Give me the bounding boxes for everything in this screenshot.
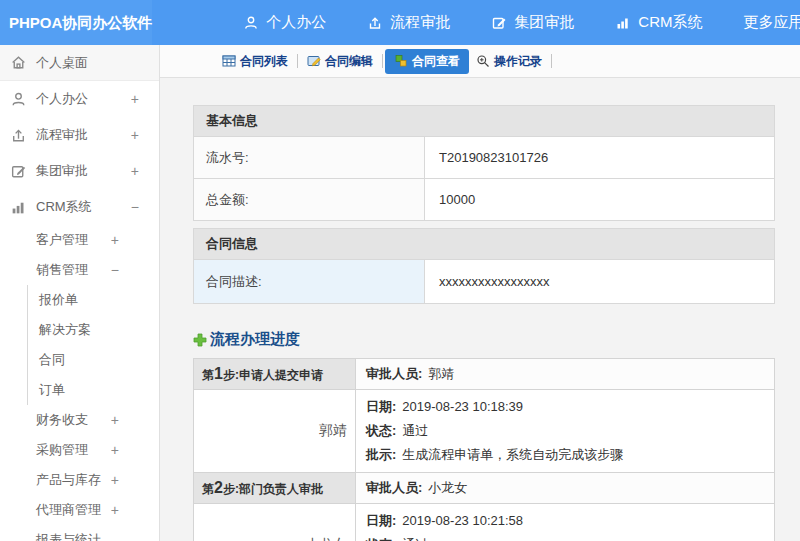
- sidebar-item-customer-mgmt[interactable]: 客户管理 +: [0, 225, 159, 255]
- tab-operation-log[interactable]: 操作记录: [469, 49, 549, 74]
- table-row: 流水号: T20190823101726: [194, 137, 775, 179]
- expand-icon[interactable]: +: [131, 91, 139, 107]
- nav-label: 更多应用: [744, 13, 800, 32]
- step-detail-cell: 日期:2019-08-23 10:21:58 状态:通过 批示:通过: [356, 504, 775, 541]
- date-value: 2019-08-23 10:21:58: [402, 513, 523, 528]
- sidebar-item-purchase-mgmt[interactable]: 采购管理 +: [0, 435, 159, 465]
- expand-icon[interactable]: +: [111, 502, 119, 518]
- zoom-plus-icon: [476, 54, 490, 68]
- tab-label: 合同编辑: [325, 53, 373, 70]
- approver-name: 郭靖: [194, 390, 356, 473]
- edit-icon: [10, 163, 27, 180]
- sidebar-item-finance[interactable]: 财务收支 +: [0, 405, 159, 435]
- expand-icon[interactable]: +: [111, 442, 119, 458]
- tab-label: 合同列表: [240, 53, 288, 70]
- sidebar-item-order[interactable]: 订单: [28, 375, 159, 405]
- tab-divider: [382, 54, 383, 68]
- chart-icon: [10, 199, 27, 216]
- sidebar-item-label: 合同: [39, 351, 159, 369]
- step-label: 第2步:部门负责人审批: [194, 473, 356, 504]
- flow-icon: [367, 15, 383, 31]
- sidebar-item-personal-office[interactable]: 个人办公 +: [0, 81, 159, 117]
- collapse-icon[interactable]: −: [111, 262, 119, 278]
- sidebar-item-label: 解决方案: [39, 321, 159, 339]
- table-icon: [222, 54, 236, 68]
- sidebar-item-label: 订单: [39, 381, 159, 399]
- nav-more-apps[interactable]: 更多应用: [744, 13, 800, 32]
- sidebar-item-product-inventory[interactable]: 产品与库存 +: [0, 465, 159, 495]
- nav-label: CRM系统: [638, 13, 702, 32]
- contract-info-table: 合同信息 合同描述: xxxxxxxxxxxxxxxxx: [193, 228, 775, 304]
- sidebar-item-crm-system[interactable]: CRM系统 −: [0, 189, 159, 225]
- expand-icon[interactable]: +: [111, 472, 119, 488]
- sidebar-item-label: 销售管理: [36, 261, 111, 279]
- tab-contract-edit[interactable]: 合同编辑: [300, 49, 380, 74]
- expand-icon[interactable]: +: [111, 232, 119, 248]
- sidebar-item-workflow-approval[interactable]: 流程审批 +: [0, 117, 159, 153]
- field-value: 10000: [425, 179, 775, 221]
- nav-label: 个人办公: [266, 13, 326, 32]
- process-progress-header: 流程办理进度: [193, 330, 775, 349]
- expand-icon[interactable]: +: [131, 163, 139, 179]
- nav-label: 集团审批: [514, 13, 574, 32]
- sidebar-item-solution[interactable]: 解决方案: [28, 315, 159, 345]
- sidebar-item-label: 采购管理: [36, 441, 111, 459]
- sidebar-item-label: 客户管理: [36, 231, 111, 249]
- contract-view-page: 基本信息 流水号: T20190823101726 总金额: 10000 合同信…: [160, 78, 800, 541]
- field-value: T20190823101726: [425, 137, 775, 179]
- top-nav: 个人办公 流程审批 集团审批 CRM系统 更多应用: [243, 13, 800, 32]
- edit-doc-icon: [307, 54, 321, 68]
- table-row: 合同描述: xxxxxxxxxxxxxxxxx: [194, 260, 775, 304]
- sidebar-item-label: 个人桌面: [36, 54, 139, 72]
- plus-icon: [193, 333, 207, 347]
- sidebar-item-personal-desktop[interactable]: 个人桌面: [0, 45, 159, 81]
- tab-contract-list[interactable]: 合同列表: [215, 49, 295, 74]
- status-line: 状态:通过: [366, 533, 764, 541]
- step-header-row: 第1步:申请人提交申请 审批人员:郭靖: [194, 359, 775, 390]
- date-line: 日期:2019-08-23 10:21:58: [366, 509, 764, 533]
- sidebar-item-group-approval[interactable]: 集团审批 +: [0, 153, 159, 189]
- date-label: 日期:: [366, 513, 396, 528]
- tab-contract-view[interactable]: 合同查看: [385, 49, 469, 74]
- nav-workflow-approval[interactable]: 流程审批: [367, 13, 450, 32]
- section-title: 基本信息: [194, 106, 775, 137]
- step-detail-cell: 日期:2019-08-23 10:18:39 状态:通过 批示:生成流程申请单，…: [356, 390, 775, 473]
- date-line: 日期:2019-08-23 10:18:39: [366, 395, 764, 419]
- expand-icon[interactable]: +: [111, 412, 119, 428]
- sidebar-item-label: 流程审批: [36, 126, 131, 144]
- tab-bar: 合同列表 合同编辑 合同查看 操作记录: [160, 45, 800, 78]
- tab-label: 操作记录: [494, 53, 542, 70]
- content-area: 合同列表 合同编辑 合同查看 操作记录: [160, 45, 800, 541]
- tab-divider: [297, 54, 298, 68]
- nav-label: 流程审批: [390, 13, 450, 32]
- sidebar-item-agent-mgmt[interactable]: 代理商管理 +: [0, 495, 159, 525]
- sidebar-item-quotation[interactable]: 报价单: [28, 285, 159, 315]
- step-header-row: 第2步:部门负责人审批 审批人员:小龙女: [194, 473, 775, 504]
- status-value: 通过: [402, 423, 428, 438]
- field-label: 总金额:: [194, 179, 425, 221]
- process-table: 第1步:申请人提交申请 审批人员:郭靖 郭靖 日期:2019-08-23 10:…: [193, 358, 775, 541]
- sidebar-item-label: 个人办公: [36, 90, 131, 108]
- sidebar-item-label: 产品与库存: [36, 471, 111, 489]
- user-icon: [10, 91, 27, 108]
- collapse-icon[interactable]: −: [131, 199, 139, 215]
- step-detail-row: 郭靖 日期:2019-08-23 10:18:39 状态:通过 批示:生成流程申…: [194, 390, 775, 473]
- sidebar-item-reports-stats[interactable]: 报表与统计: [0, 525, 159, 541]
- approver-label: 审批人员:: [366, 366, 422, 381]
- app-window: PHPOA协同办公软件 个人办公 流程审批 集团审批 CRM系统 更多应用: [0, 0, 800, 541]
- nav-personal-office[interactable]: 个人办公: [243, 13, 326, 32]
- sidebar-item-sales-mgmt[interactable]: 销售管理 −: [0, 255, 159, 285]
- approver-cell: 审批人员:郭靖: [356, 359, 775, 390]
- nav-group-approval[interactable]: 集团审批: [491, 13, 574, 32]
- step-label: 第1步:申请人提交申请: [194, 359, 356, 390]
- nav-crm-system[interactable]: CRM系统: [615, 13, 702, 32]
- date-label: 日期:: [366, 399, 396, 414]
- approver-name: 郭靖: [428, 366, 454, 381]
- tab-divider: [551, 54, 552, 68]
- home-icon: [10, 54, 27, 71]
- sidebar-item-contract[interactable]: 合同: [28, 345, 159, 375]
- status-label: 状态:: [366, 423, 396, 438]
- flow-icon: [10, 127, 27, 144]
- expand-icon[interactable]: +: [131, 127, 139, 143]
- process-progress-title: 流程办理进度: [210, 330, 300, 349]
